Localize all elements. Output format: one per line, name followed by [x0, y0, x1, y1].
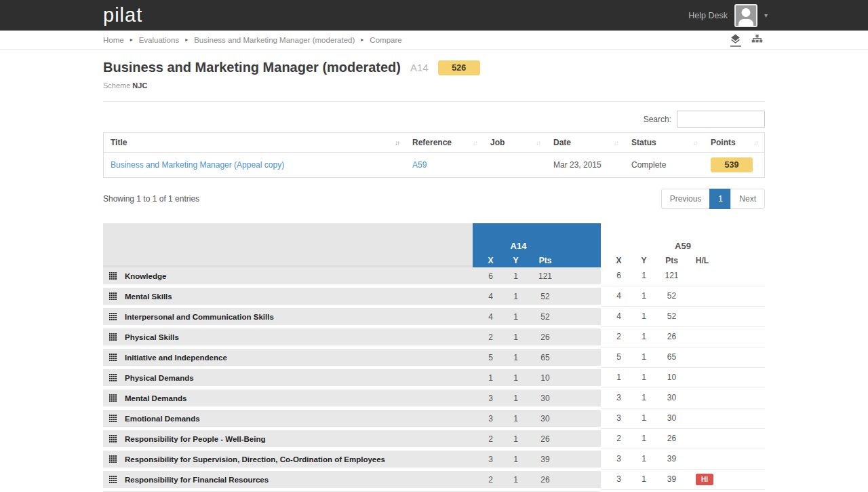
column-header-title[interactable]: Title ↓↑	[104, 133, 406, 153]
drag-handle-grid-icon[interactable]	[109, 333, 117, 341]
compare-row: Mental Demands31303130	[103, 390, 765, 410]
a59-value: 26	[656, 332, 687, 341]
top-bar: pilat Help Desk ▾	[0, 0, 868, 31]
compare-row: Knowledge6112161121	[103, 267, 765, 288]
a59-value: 39	[656, 474, 687, 484]
search-input[interactable]	[677, 111, 765, 128]
drag-handle-grid-icon[interactable]	[109, 313, 117, 321]
sort-icon[interactable]: ↓↑	[753, 139, 757, 147]
a14-value: 1	[503, 455, 528, 464]
a14-value: 4	[478, 292, 503, 301]
column-header-status[interactable]: Status ↓↑	[625, 133, 704, 153]
drag-handle-grid-icon[interactable]	[109, 435, 117, 443]
sort-icon[interactable]: ↓↑	[693, 139, 697, 147]
a59-values-cell: 4152	[601, 288, 765, 307]
a59-value: 1	[606, 373, 631, 382]
a59-value: 3	[606, 393, 631, 402]
hierarchy-view-icon[interactable]	[751, 33, 763, 45]
a59-value: 39	[656, 454, 687, 463]
a14-value: 1	[503, 394, 528, 403]
pilat-logo[interactable]: pilat	[103, 5, 142, 25]
factor-label: Mental Skills	[125, 292, 172, 301]
column-header-reference[interactable]: Reference ↓↑	[406, 133, 484, 153]
a14-value: 30	[528, 394, 562, 403]
a59-value: 1	[631, 474, 656, 484]
scheme-label: Scheme	[103, 81, 130, 90]
column-header-points[interactable]: Points ↓↑	[704, 133, 764, 153]
hl-cell: HI	[687, 474, 722, 485]
a59-value: 1	[631, 291, 656, 301]
breadcrumb-item[interactable]: Evaluations	[139, 36, 179, 44]
a14-values-cell: 3130	[473, 390, 601, 406]
factor-cell: Mental Skills	[103, 288, 473, 305]
a14-value: 3	[478, 455, 503, 464]
compare-row: Responsibility for People - Well-Being21…	[103, 430, 765, 451]
pagination: Previous 1 Next	[661, 189, 765, 209]
drag-handle-grid-icon[interactable]	[109, 394, 117, 402]
factor-cell: Responsibility for Financial Resources	[103, 471, 473, 488]
a14-y-header: Y	[503, 256, 528, 265]
drag-handle-grid-icon[interactable]	[109, 455, 117, 463]
evaluation-reference-link[interactable]: A59	[412, 160, 427, 170]
search-label: Search:	[644, 115, 671, 124]
layers-view-icon[interactable]	[730, 33, 741, 47]
a59-value: 30	[656, 393, 687, 402]
a14-value: 1	[503, 373, 528, 383]
factor-cell: Physical Skills	[103, 328, 473, 345]
compare-rows: Knowledge6112161121Mental Skills41524152…	[103, 267, 765, 492]
a59-value: 4	[606, 291, 631, 301]
a14-values-cell: 2126	[473, 430, 601, 447]
breadcrumb-item[interactable]: Business and Marketing Manager (moderate…	[194, 36, 355, 44]
column-header-date[interactable]: Date ↓↑	[547, 133, 625, 153]
factor-label: Responsibility for Supervision, Directio…	[125, 455, 385, 463]
a14-value: 2	[478, 475, 503, 485]
drag-handle-grid-icon[interactable]	[109, 374, 117, 382]
drag-handle-grid-icon[interactable]	[109, 415, 117, 423]
breadcrumb-item[interactable]: Compare	[370, 36, 401, 44]
sort-icon[interactable]: ↓↑	[473, 139, 477, 147]
a14-value: 26	[528, 475, 562, 485]
compare-header-a59: A59 X Y Pts H/L	[601, 223, 765, 267]
a59-values-cell: 2126	[601, 430, 765, 449]
page-1-button[interactable]: 1	[709, 189, 731, 209]
a59-value: 1	[631, 413, 656, 423]
compare-row: Physical Skills21262126	[103, 328, 765, 349]
sort-icon[interactable]: ↓↑	[614, 139, 618, 147]
sort-icon[interactable]: ↓↑	[536, 139, 540, 147]
a14-values-cell: 4152	[473, 308, 601, 325]
a59-x-header: X	[606, 256, 631, 265]
drag-handle-grid-icon[interactable]	[109, 272, 117, 280]
a59-value: 4	[606, 311, 631, 321]
a14-value: 1	[503, 312, 528, 322]
a14-value: 4	[478, 312, 503, 322]
breadcrumb-item[interactable]: Home	[103, 36, 124, 44]
drag-handle-grid-icon[interactable]	[109, 476, 117, 484]
compare-row: Responsibility for Supervision, Directio…	[103, 451, 765, 471]
compare-table: A14 X Y Pts A59 X Y Pts H/L Knowledge611…	[103, 223, 765, 492]
sort-icon[interactable]: ↓↑	[395, 139, 399, 147]
a59-pts-header: Pts	[656, 256, 687, 265]
search-row: Search:	[103, 111, 765, 128]
compare-row: Responsibility for Financial Resources21…	[103, 471, 765, 491]
previous-page-button[interactable]: Previous	[661, 189, 711, 209]
help-desk-link[interactable]: Help Desk	[688, 11, 728, 20]
breadcrumb: Home▸Evaluations▸Business and Marketing …	[103, 36, 402, 44]
factor-label: Interpersonal and Communication Skills	[125, 313, 274, 321]
a59-value: 52	[656, 291, 687, 301]
evaluations-table: Title ↓↑ Reference ↓↑ Job ↓↑ Date ↓↑ Sta…	[103, 132, 765, 178]
a14-values-cell: 3139	[473, 451, 601, 468]
scheme-value: NJC	[132, 81, 147, 90]
drag-handle-grid-icon[interactable]	[109, 354, 117, 362]
a14-value: 2	[478, 333, 503, 342]
user-menu-caret-icon[interactable]: ▾	[764, 12, 768, 19]
factor-cell: Knowledge	[103, 267, 473, 284]
view-switcher	[730, 33, 763, 47]
a59-value: 3	[606, 454, 631, 463]
evaluation-title-link[interactable]: Business and Marketing Manager (Appeal c…	[111, 160, 284, 170]
compare-header-factor-area	[103, 223, 473, 267]
next-page-button[interactable]: Next	[730, 189, 765, 209]
user-avatar[interactable]	[734, 4, 757, 27]
drag-handle-grid-icon[interactable]	[109, 292, 117, 301]
column-header-job[interactable]: Job ↓↑	[484, 133, 547, 153]
evaluations-table-header: Title ↓↑ Reference ↓↑ Job ↓↑ Date ↓↑ Sta…	[104, 133, 764, 153]
